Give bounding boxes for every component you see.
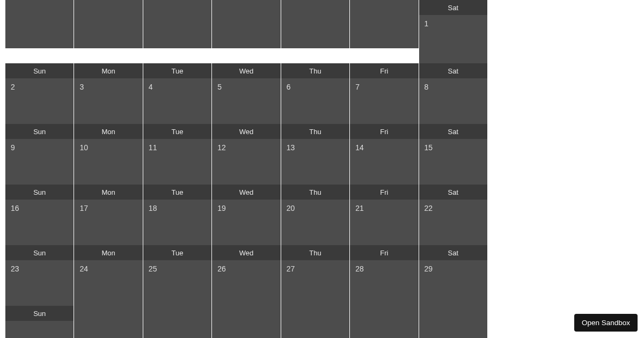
calendar-day-cell[interactable] bbox=[74, 0, 142, 63]
calendar-day-cell[interactable] bbox=[281, 0, 349, 63]
day-number: 21 bbox=[350, 200, 418, 245]
calendar-day-cell[interactable] bbox=[212, 0, 280, 63]
day-number bbox=[143, 306, 211, 338]
calendar-day-cell[interactable]: Thu20 bbox=[281, 185, 349, 245]
calendar-day-cell[interactable]: Tue25 bbox=[143, 245, 211, 306]
day-of-week-header: Wed bbox=[212, 245, 280, 260]
calendar-day-cell[interactable]: Tue11 bbox=[143, 124, 211, 185]
calendar-day-cell[interactable]: Thu6 bbox=[281, 63, 349, 124]
calendar-day-cell[interactable] bbox=[419, 306, 487, 338]
day-number: 7 bbox=[350, 78, 418, 124]
calendar-day-cell[interactable]: Sun2 bbox=[5, 63, 74, 124]
day-of-week-header: Sat bbox=[419, 185, 487, 200]
calendar-day-cell[interactable]: Sat29 bbox=[419, 245, 487, 306]
day-number: 24 bbox=[74, 260, 142, 306]
day-number: 19 bbox=[212, 200, 280, 245]
day-number bbox=[281, 0, 349, 48]
day-of-week-header: Sun bbox=[5, 245, 74, 260]
calendar-day-cell[interactable]: Wed26 bbox=[212, 245, 280, 306]
calendar-day-cell[interactable] bbox=[143, 306, 211, 338]
day-number: 1 bbox=[419, 15, 487, 63]
day-of-week-header: Mon bbox=[74, 124, 142, 139]
day-of-week-header: Mon bbox=[74, 245, 142, 260]
day-number bbox=[5, 0, 74, 48]
day-of-week-header: Fri bbox=[350, 245, 418, 260]
day-number: 10 bbox=[74, 139, 142, 185]
day-number bbox=[212, 306, 280, 338]
day-number: 17 bbox=[74, 200, 142, 245]
day-of-week-header: Sat bbox=[419, 0, 487, 15]
calendar-day-cell[interactable]: Fri21 bbox=[350, 185, 418, 245]
day-number: 26 bbox=[212, 260, 280, 306]
calendar-day-cell[interactable] bbox=[281, 306, 349, 338]
day-number: 12 bbox=[212, 139, 280, 185]
day-number: 13 bbox=[281, 139, 349, 185]
day-number: 6 bbox=[281, 78, 349, 124]
calendar-day-cell[interactable]: Fri28 bbox=[350, 245, 418, 306]
day-of-week-header: Sun bbox=[5, 63, 74, 78]
calendar-day-cell[interactable]: Mon10 bbox=[74, 124, 142, 185]
calendar-day-cell[interactable]: Sun16 bbox=[5, 185, 74, 245]
day-of-week-header: Mon bbox=[74, 185, 142, 200]
day-of-week-header: Wed bbox=[212, 185, 280, 200]
calendar-day-cell[interactable]: Sun9 bbox=[5, 124, 74, 185]
day-of-week-header: Thu bbox=[281, 124, 349, 139]
calendar-week: Sun23Mon24Tue25Wed26Thu27Fri28Sat29 bbox=[5, 245, 487, 306]
calendar-day-cell[interactable]: Tue18 bbox=[143, 185, 211, 245]
day-of-week-header: Tue bbox=[143, 124, 211, 139]
calendar-day-cell[interactable] bbox=[143, 0, 211, 63]
calendar-day-cell[interactable]: Thu13 bbox=[281, 124, 349, 185]
day-of-week-header: Thu bbox=[281, 185, 349, 200]
calendar-day-cell[interactable] bbox=[350, 306, 418, 338]
day-of-week-header: Tue bbox=[143, 185, 211, 200]
day-number: 16 bbox=[5, 200, 74, 245]
calendar-day-cell[interactable]: Thu27 bbox=[281, 245, 349, 306]
day-number: 8 bbox=[419, 78, 487, 124]
day-number: 29 bbox=[419, 260, 487, 306]
calendar-day-cell[interactable]: Wed12 bbox=[212, 124, 280, 185]
day-number bbox=[419, 306, 487, 338]
calendar-day-cell[interactable]: Mon24 bbox=[74, 245, 142, 306]
calendar-day-cell[interactable]: Tue4 bbox=[143, 63, 211, 124]
day-number: 4 bbox=[143, 78, 211, 124]
calendar-day-cell[interactable]: Sun23 bbox=[5, 245, 74, 306]
day-number: 9 bbox=[5, 139, 74, 185]
day-number: 5 bbox=[212, 78, 280, 124]
calendar-day-cell[interactable]: Mon3 bbox=[74, 63, 142, 124]
day-number: 22 bbox=[419, 200, 487, 245]
calendar-day-cell[interactable]: Sat22 bbox=[419, 185, 487, 245]
calendar-day-cell[interactable]: Wed5 bbox=[212, 63, 280, 124]
calendar-day-cell[interactable]: Sat8 bbox=[419, 63, 487, 124]
day-number bbox=[5, 321, 74, 338]
day-of-week-header: Thu bbox=[281, 63, 349, 78]
calendar-day-cell[interactable]: Mon17 bbox=[74, 185, 142, 245]
day-number: 20 bbox=[281, 200, 349, 245]
calendar-week: Sun2Mon3Tue4Wed5Thu6Fri7Sat8 bbox=[5, 63, 487, 124]
day-number: 18 bbox=[143, 200, 211, 245]
day-of-week-header: Sun bbox=[5, 306, 74, 321]
open-sandbox-button[interactable]: Open Sandbox bbox=[574, 314, 638, 332]
calendar-day-cell[interactable]: Sun bbox=[5, 306, 74, 338]
day-of-week-header: Fri bbox=[350, 63, 418, 78]
day-of-week-header: Sun bbox=[5, 185, 74, 200]
day-of-week-header: Wed bbox=[212, 124, 280, 139]
calendar-day-cell[interactable]: Sat15 bbox=[419, 124, 487, 185]
calendar-day-cell[interactable] bbox=[5, 0, 74, 63]
calendar-day-cell[interactable]: Sat1 bbox=[419, 0, 487, 63]
day-number: 23 bbox=[5, 260, 74, 306]
day-of-week-header: Sun bbox=[5, 124, 74, 139]
calendar: Sat1Sun2Mon3Tue4Wed5Thu6Fri7Sat8Sun9Mon1… bbox=[5, 0, 487, 338]
calendar-day-cell[interactable] bbox=[350, 0, 418, 63]
calendar-day-cell[interactable]: Fri14 bbox=[350, 124, 418, 185]
calendar-day-cell[interactable] bbox=[212, 306, 280, 338]
day-number bbox=[143, 0, 211, 48]
calendar-week: Sun9Mon10Tue11Wed12Thu13Fri14Sat15 bbox=[5, 124, 487, 185]
day-of-week-header: Sat bbox=[419, 245, 487, 260]
calendar-day-cell[interactable]: Wed19 bbox=[212, 185, 280, 245]
calendar-week: Sun bbox=[5, 306, 487, 338]
calendar-day-cell[interactable] bbox=[74, 306, 142, 338]
calendar-week: Sat1 bbox=[5, 0, 487, 63]
day-number: 11 bbox=[143, 139, 211, 185]
calendar-day-cell[interactable]: Fri7 bbox=[350, 63, 418, 124]
day-of-week-header: Mon bbox=[74, 63, 142, 78]
